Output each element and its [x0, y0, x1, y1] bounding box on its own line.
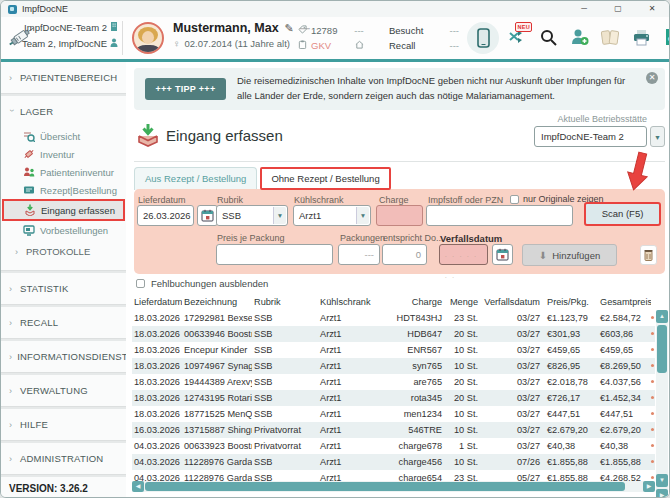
sidebar-item-recall[interactable]: ›RECALL: [1, 307, 126, 338]
chevron-right-icon: ›: [9, 454, 15, 464]
table-row[interactable]: 18.03.2026Encepur KinderSSBArzt1ENR56710…: [132, 342, 655, 358]
fehlbuchungen-checkbox[interactable]: Fehlbuchungen ausblenden: [136, 278, 268, 289]
table-cell: €603,86: [598, 329, 651, 339]
column-header[interactable]: Bezeichnung: [182, 297, 252, 307]
sidebar-item-administration[interactable]: ›ADMINISTRATION: [1, 443, 126, 474]
table-cell: HDT843HJ: [378, 313, 444, 323]
table-row[interactable]: 18.03.202610974967 Synagis ...SSBArzt1sy…: [132, 358, 655, 374]
horizontal-scroll-thumb[interactable]: [145, 482, 625, 491]
column-header[interactable]: Lieferdatum: [132, 297, 182, 307]
lieferdatum-input[interactable]: 26.03.2026: [137, 205, 194, 226]
column-header[interactable]: Verfallsdatum: [480, 297, 542, 307]
hinzufuegen-button[interactable]: ⬇Hinzufügen: [522, 244, 617, 266]
rubrik-dropdown-icon[interactable]: ▼: [273, 207, 286, 224]
maximize-button[interactable]: ▢: [601, 1, 635, 17]
sidebar-item-informationsdienst[interactable]: ›INFORMATIONSDIENST: [1, 341, 126, 372]
scroll-down-icon[interactable]: ▼: [656, 474, 668, 487]
table-cell: 07/26: [480, 457, 542, 467]
column-header[interactable]: Charge: [378, 297, 444, 307]
table-cell: 10 St.: [444, 345, 480, 355]
sidebar-item-eingang-erfassen[interactable]: Eingang erfassen: [2, 199, 125, 221]
column-header[interactable]: Kühlschrank: [318, 297, 378, 307]
scroll-up-icon[interactable]: ▲: [656, 310, 668, 323]
sidebar-item-patientenbereich[interactable]: ›PATIENTENBEREICH: [1, 62, 126, 93]
table-row[interactable]: 04.03.202611228976 Gardasi...SSBArzt1cha…: [132, 454, 655, 470]
scroll-left-icon[interactable]: ◀: [132, 481, 144, 492]
table-cell: 03/27: [480, 425, 542, 435]
gdt-file-icon[interactable]: GDT: [661, 24, 670, 50]
table-cell: €4.037,56: [598, 377, 651, 387]
patient-avatar[interactable]: [132, 22, 164, 54]
scroll-right-icon[interactable]: ▶: [643, 481, 655, 492]
sidebar-item-rezept-bestellung[interactable]: Rezept|Bestellung: [1, 181, 126, 199]
table-row[interactable]: 04.03.202600633923 Boostri...Privatvorra…: [132, 438, 655, 454]
vertical-scroll-thumb[interactable]: [657, 325, 667, 373]
sidebar-item-patienteninventur[interactable]: Patienteninventur: [1, 163, 126, 181]
table-cell: 10 St.: [444, 361, 480, 371]
table-row[interactable]: 18.03.202619444389 Arexvy ...SSBArzt1are…: [132, 374, 655, 390]
charge-input[interactable]: [376, 205, 423, 226]
packungen-input[interactable]: ---: [338, 244, 380, 265]
table-cell: 13715887 Shingrix...: [182, 425, 252, 435]
search-icon[interactable]: [537, 24, 559, 50]
column-header[interactable]: Menge: [444, 297, 480, 307]
discard-icon[interactable]: [640, 245, 657, 265]
verfallsdatum-calendar-icon[interactable]: [492, 244, 513, 265]
table-cell: rota345: [378, 393, 444, 403]
scroll-corner-right-icon[interactable]: ▶: [656, 489, 668, 498]
checkbox-icon: [136, 279, 145, 288]
column-header[interactable]: Rubrik: [252, 297, 318, 307]
table-row[interactable]: 16.03.202613715887 Shingrix...Privatvorr…: [132, 422, 655, 438]
betriebsstaette-dropdown-icon[interactable]: ▼: [650, 126, 665, 147]
betriebsstaette-select[interactable]: ImpfDocNE-Team 2: [534, 126, 647, 147]
chevron-right-icon: ›: [9, 352, 12, 362]
sidebar-item-uebersicht[interactable]: Übersicht: [1, 127, 126, 145]
tab-ohne-rezept[interactable]: Ohne Rezept / Bestellung: [260, 167, 390, 190]
preis-input[interactable]: [216, 244, 333, 265]
sidebar-item-hilfe[interactable]: ›HILFE: [1, 409, 126, 440]
scan-button[interactable]: Scan (F5): [584, 202, 661, 226]
add-patient-icon[interactable]: [568, 24, 590, 50]
table-row[interactable]: 18.03.202600633946 Boostri...SSBArzt1HDB…: [132, 326, 655, 342]
table-header: LieferdatumBezeichnungRubrikKühlschrankC…: [132, 293, 655, 310]
sidebar-item-protokolle[interactable]: ›PROTOKOLLE: [1, 239, 126, 266]
kuehlschrank-dropdown-icon[interactable]: ▼: [356, 207, 369, 224]
horizontal-scrollbar[interactable]: ◀ ▶: [132, 481, 655, 492]
table-row[interactable]: 18.03.202612743195 Rotarix ...SSBArzt1ro…: [132, 390, 655, 406]
gender-icon: ♀: [173, 38, 181, 49]
table-row[interactable]: 18.03.202617292981 Bexser...SSBArzt1HDT8…: [132, 310, 655, 326]
edit-patient-icon[interactable]: ✎: [285, 22, 294, 35]
vertical-scrollbar[interactable]: ▲ ▼ ▶: [656, 310, 668, 498]
table-cell: 03/27: [480, 393, 542, 403]
chevron-right-icon: ›: [9, 318, 15, 328]
sidebar-item-inventur[interactable]: Inventur: [1, 145, 126, 163]
sidebar-item-lager[interactable]: ›LAGER: [1, 96, 126, 127]
rubrik-select[interactable]: SSB▼: [216, 205, 288, 226]
documents-icon[interactable]: [599, 24, 621, 50]
table-cell: 03/27: [480, 329, 542, 339]
sidebar-item-verwaltung[interactable]: ›VERWALTUNG: [1, 375, 126, 406]
kuehlschrank-select[interactable]: Arzt1▼: [293, 205, 371, 226]
minimize-button[interactable]: ─: [567, 1, 601, 17]
table-cell: Privatvorrat: [252, 441, 318, 451]
table-row[interactable]: 18.03.202618771525 MenQu...SSBArzt1men12…: [132, 406, 655, 422]
column-header[interactable]: Gesamtpreis: [598, 297, 651, 307]
sidebar-item-vorbestellungen[interactable]: Vorbestellungen: [1, 221, 126, 239]
transfer-icon[interactable]: NEU: [506, 24, 528, 50]
lieferdatum-calendar-icon[interactable]: [197, 205, 218, 226]
printer-icon[interactable]: [630, 24, 652, 50]
pzn-input[interactable]: [426, 205, 573, 226]
table-cell: 00633923 Boostri...: [182, 441, 252, 451]
entspricht-input[interactable]: 0: [382, 244, 427, 265]
table-cell: 16.03.2026: [132, 425, 182, 435]
column-header[interactable]: Preis/Pkg.: [542, 297, 598, 307]
tab-aus-rezept[interactable]: Aus Rezept / Bestellung: [134, 167, 257, 190]
table-cell: 18.03.2026: [132, 345, 182, 355]
table-cell: Arzt1: [318, 313, 378, 323]
verfallsdatum-input[interactable]: . . . . . . .: [439, 244, 488, 265]
close-tip-icon[interactable]: ✕: [646, 72, 658, 84]
close-button[interactable]: ✕: [635, 1, 669, 17]
table-cell: 10 St.: [444, 425, 480, 435]
sidebar-item-statistik[interactable]: ›STATISTIK: [1, 273, 126, 304]
smartphone-icon[interactable]: [467, 22, 499, 54]
